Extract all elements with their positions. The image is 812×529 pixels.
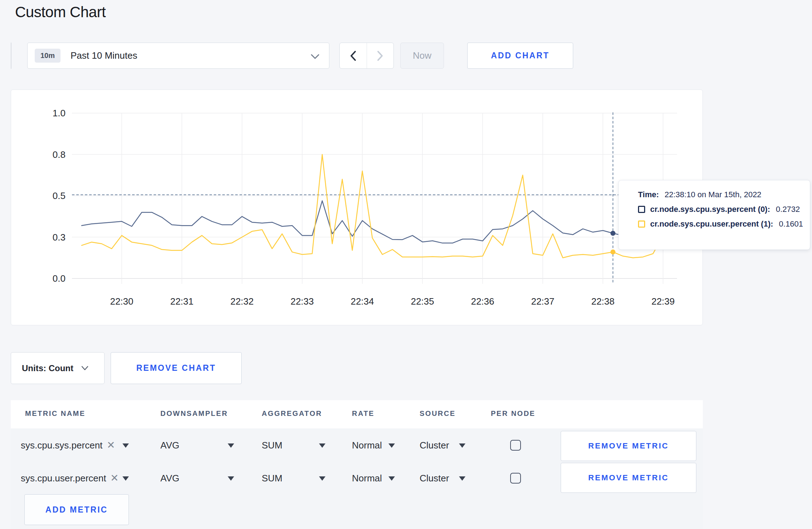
col-header-rate: RATE <box>352 409 374 418</box>
remove-metric-button[interactable]: REMOVE METRIC <box>561 463 696 493</box>
clear-metric-icon[interactable]: ✕ <box>107 439 115 451</box>
chevron-left-icon <box>350 50 356 61</box>
aggregator-caret-icon[interactable] <box>319 476 325 481</box>
svg-text:22:31: 22:31 <box>170 296 193 307</box>
time-window-badge: 10m <box>35 49 61 63</box>
user-series-swatch-icon <box>638 220 645 228</box>
col-header-downsampler: DOWNSAMPLER <box>160 409 228 418</box>
time-back-button[interactable] <box>340 43 367 68</box>
custom-chart-page: { "page": { "title": "Custom Chart" }, "… <box>0 0 812 529</box>
downsampler-caret-icon[interactable] <box>228 476 234 481</box>
chevron-right-icon <box>377 50 383 61</box>
per-node-checkbox[interactable] <box>510 440 521 451</box>
per-node-checkbox[interactable] <box>510 473 521 484</box>
time-window-label: Past 10 Minutes <box>71 50 137 61</box>
sys-series-swatch-icon <box>638 206 645 213</box>
svg-text:22:32: 22:32 <box>230 296 253 307</box>
tooltip-series-value: 0.1601 <box>779 219 803 229</box>
svg-text:22:36: 22:36 <box>471 296 494 307</box>
units-select[interactable]: Units: Count <box>11 352 105 384</box>
tooltip-time-value: 22:38:10 on Mar 15th, 2022 <box>664 190 761 199</box>
metric-dropdown-caret-icon[interactable] <box>122 443 129 448</box>
source-caret-icon[interactable] <box>459 476 465 481</box>
clear-metric-icon[interactable]: ✕ <box>110 472 119 484</box>
col-header-metric-name: METRIC NAME <box>25 409 86 418</box>
rate-caret-icon[interactable] <box>388 476 395 481</box>
metrics-table-header: METRIC NAME DOWNSAMPLER AGGREGATOR RATE … <box>11 400 703 428</box>
col-header-per-node: PER NODE <box>491 409 535 418</box>
svg-text:0.0: 0.0 <box>53 273 66 284</box>
svg-text:1.0: 1.0 <box>53 108 66 118</box>
svg-text:22:39: 22:39 <box>651 296 675 307</box>
tooltip-series-name: cr.node.sys.cpu.user.percent (1): <box>650 219 773 229</box>
col-header-source: SOURCE <box>420 409 456 418</box>
downsampler-caret-icon[interactable] <box>228 443 234 448</box>
rate-select[interactable]: Normal <box>352 440 382 451</box>
chart-card: 0.00.30.50.81.022:3022:3122:3222:3322:34… <box>11 89 703 325</box>
tooltip-series-row: cr.node.sys.cpu.sys.percent (0): 0.2732 <box>638 205 810 214</box>
remove-metric-button[interactable]: REMOVE METRIC <box>561 431 696 461</box>
tooltip-time-row: Time: 22:38:10 on Mar 15th, 2022 <box>638 190 810 199</box>
chevron-down-icon <box>310 54 320 59</box>
time-window-select[interactable]: 10m Past 10 Minutes <box>27 43 329 69</box>
svg-text:0.3: 0.3 <box>53 232 66 243</box>
tooltip-series-row: cr.node.sys.cpu.user.percent (1): 0.1601 <box>638 219 810 229</box>
svg-text:22:38: 22:38 <box>591 296 614 307</box>
toolbar-divider <box>11 43 11 69</box>
add-chart-button[interactable]: ADD CHART <box>467 43 573 69</box>
rate-caret-icon[interactable] <box>388 443 395 448</box>
line-chart[interactable]: 0.00.30.50.81.022:3022:3122:3222:3322:34… <box>11 90 703 326</box>
aggregator-select[interactable]: SUM <box>262 473 282 484</box>
tooltip-series-value: 0.2732 <box>776 205 800 214</box>
add-metric-button[interactable]: ADD METRIC <box>24 494 129 525</box>
rate-select[interactable]: Normal <box>352 473 382 484</box>
source-caret-icon[interactable] <box>459 443 465 448</box>
metric-dropdown-caret-icon[interactable] <box>122 476 129 481</box>
metric-name-select[interactable]: sys.cpu.user.percent <box>21 473 106 484</box>
chevron-down-icon <box>81 366 88 370</box>
time-forward-button[interactable] <box>367 43 394 68</box>
svg-text:22:30: 22:30 <box>110 296 133 307</box>
svg-text:22:33: 22:33 <box>290 296 314 307</box>
svg-text:22:34: 22:34 <box>351 296 374 307</box>
page-title: Custom Chart <box>15 4 106 21</box>
source-select[interactable]: Cluster <box>420 473 449 484</box>
svg-text:22:35: 22:35 <box>411 296 434 307</box>
tooltip-series-name: cr.node.sys.cpu.sys.percent (0): <box>650 205 770 214</box>
metric-name-select[interactable]: sys.cpu.sys.percent <box>21 440 102 451</box>
svg-text:22:37: 22:37 <box>531 296 554 307</box>
now-button[interactable]: Now <box>400 43 444 69</box>
chart-tooltip: Time: 22:38:10 on Mar 15th, 2022 cr.node… <box>618 180 810 250</box>
tooltip-time-label: Time: <box>638 190 659 199</box>
svg-text:0.5: 0.5 <box>53 190 66 201</box>
aggregator-select[interactable]: SUM <box>262 440 282 451</box>
remove-chart-button[interactable]: REMOVE CHART <box>111 352 242 384</box>
svg-text:0.8: 0.8 <box>53 149 66 160</box>
aggregator-caret-icon[interactable] <box>319 443 325 448</box>
source-select[interactable]: Cluster <box>420 440 449 451</box>
downsampler-select[interactable]: AVG <box>160 440 179 451</box>
time-nav-group <box>339 43 394 69</box>
units-label: Units: Count <box>22 363 73 373</box>
col-header-aggregator: AGGREGATOR <box>262 409 322 418</box>
downsampler-select[interactable]: AVG <box>160 473 179 484</box>
